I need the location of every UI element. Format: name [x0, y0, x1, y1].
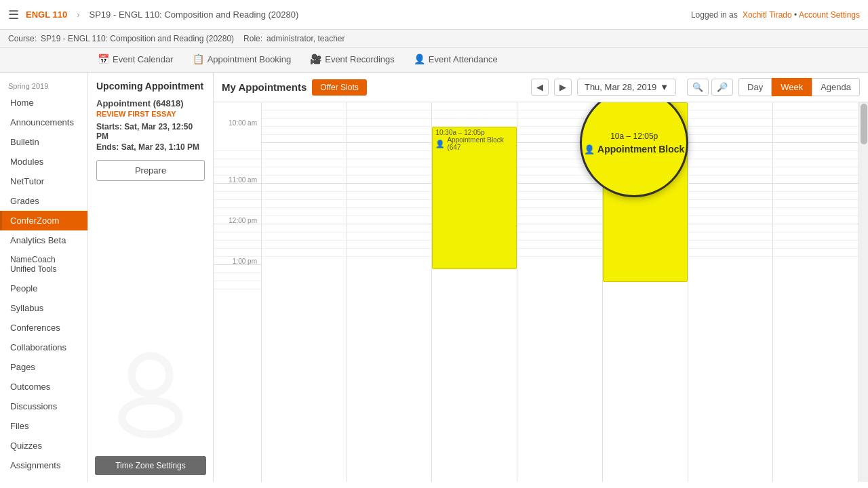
date-dropdown-icon[interactable]: ▼	[660, 82, 669, 92]
attendance-icon: 👤	[414, 54, 425, 64]
sidebar-item-discussions[interactable]: Discussions	[0, 396, 87, 416]
starts-label: Starts:	[96, 122, 122, 131]
appt-block-1-time: 10:30a – 12:05p	[435, 129, 513, 136]
view-day-button[interactable]: Day	[738, 78, 772, 96]
timezone-settings-button[interactable]: Time Zone Settings	[95, 456, 206, 475]
sidebar-item-conferzoom[interactable]: ConferZoom	[0, 211, 87, 230]
sidebar-item-syllabus[interactable]: Syllabus	[0, 298, 87, 318]
recordings-icon: 🎥	[310, 54, 321, 64]
day-col-0	[262, 102, 347, 482]
appointment-ends: Ends: Sat, Mar 23, 1:10 PM	[96, 142, 205, 152]
sidebar-item-home[interactable]: Home	[0, 93, 87, 113]
day-col-2: 10:30a – 12:05p 👤 Appointment Block (647	[432, 102, 517, 482]
next-nav-button[interactable]: ▶	[554, 79, 572, 96]
account-settings-link[interactable]: Account Settings	[799, 10, 860, 20]
sidebar-item-announcements[interactable]: Announcements	[0, 113, 87, 132]
appointment-subtitle: REVIEW FIRST ESSAY	[96, 110, 205, 118]
calendar-title: My Appointments	[222, 81, 307, 93]
role-value: administrator, teacher	[267, 34, 344, 43]
appointment-block-1[interactable]: 10:30a – 12:05p 👤 Appointment Block (647	[432, 127, 517, 269]
calendar-content: 10:00 am 11:00 am 12:00 pm	[214, 102, 868, 482]
sidebar-item-collaborations[interactable]: Collaborations	[0, 338, 87, 357]
search-button[interactable]: 🔍	[687, 79, 709, 96]
sub-header-left: Course: SP19 - ENGL 110: Composition and…	[8, 34, 345, 43]
ends-value: Sat, Mar 23, 1:10 PM	[121, 142, 199, 152]
tab-appointment-booking-label: Appointment Booking	[208, 54, 292, 64]
day-col-5	[688, 102, 774, 482]
course-tabs: 📅 Event Calendar 📋 Appointment Booking 🎥…	[0, 48, 868, 73]
panel-watermark	[88, 346, 213, 441]
tab-appointment-booking[interactable]: 📋 Appointment Booking	[183, 48, 301, 72]
time-column: 10:00 am 11:00 am 12:00 pm	[214, 102, 261, 482]
search-icons: 🔍 🔎	[687, 79, 733, 96]
booking-icon: 📋	[193, 54, 204, 64]
day-col-3	[517, 102, 603, 482]
appointment-id: Appointment (64818)	[96, 98, 205, 108]
sidebar-item-modules[interactable]: Modules	[0, 152, 87, 171]
role-label: Role:	[243, 34, 262, 43]
hamburger-menu-icon[interactable]: ☰	[8, 7, 19, 22]
appointment-block-2[interactable]	[603, 102, 688, 282]
appt-block-1-label: Appointment Block (647	[447, 136, 513, 151]
user-name-link[interactable]: Xochitl Tirado	[743, 10, 792, 20]
sidebar-item-quizzes[interactable]: Quizzes	[0, 436, 87, 455]
tab-event-calendar-label: Event Calendar	[113, 54, 174, 64]
offer-slots-button[interactable]: Offer Slots	[312, 79, 366, 96]
sidebar-item-nettutor[interactable]: NetTutor	[0, 171, 87, 191]
breadcrumb-separator: ›	[77, 9, 79, 20]
sub-header: Course: SP19 - ENGL 110: Composition and…	[0, 30, 868, 48]
view-buttons: Day Week Agenda	[738, 78, 860, 96]
view-week-button[interactable]: Week	[772, 78, 812, 96]
sidebar-item-conferences[interactable]: Conferences	[0, 318, 87, 338]
svg-point-0	[132, 356, 170, 394]
main-layout: Spring 2019 Home Announcements Bulletin …	[0, 73, 868, 482]
scrollbar-thumb[interactable]	[861, 104, 867, 144]
sidebar-season: Spring 2019	[0, 77, 87, 93]
sidebar-item-namecoach[interactable]: NameCoach Unified Tools	[0, 250, 87, 279]
ends-label: Ends:	[96, 142, 119, 152]
logged-in-label: Logged in as	[691, 10, 738, 20]
calendar-icon: 📅	[98, 54, 109, 64]
prepare-button[interactable]: Prepare	[96, 160, 205, 181]
appointment-starts: Starts: Sat, Mar 23, 12:50 PM	[96, 122, 205, 141]
sidebar-item-grades[interactable]: Grades	[0, 191, 87, 211]
prev-nav-button[interactable]: ◀	[531, 79, 549, 96]
sidebar-item-assignments[interactable]: Assignments	[0, 455, 87, 475]
course-full-title: SP19 - ENGL 110: Composition and Reading…	[90, 9, 299, 20]
course-label: Course:	[8, 34, 37, 43]
svg-point-1	[122, 401, 179, 434]
sidebar: Spring 2019 Home Announcements Bulletin …	[0, 73, 88, 482]
appointment-panel: Upcoming Appointment Appointment (64818)…	[88, 73, 214, 482]
date-display: Thu, Mar 28, 2019 ▼	[577, 79, 676, 96]
tab-event-recordings[interactable]: 🎥 Event Recordings	[300, 48, 404, 72]
top-bar: ☰ ENGL 110 › SP19 - ENGL 110: Compositio…	[0, 0, 868, 30]
sidebar-item-bulletin[interactable]: Bulletin	[0, 132, 87, 152]
sidebar-item-pages[interactable]: Pages	[0, 357, 87, 377]
sidebar-item-settings[interactable]: Settings	[0, 475, 87, 482]
calendar-scroll[interactable]: 10:00 am 11:00 am 12:00 pm	[214, 102, 868, 482]
sidebar-item-analytics-beta[interactable]: Analytics Beta	[0, 230, 87, 250]
top-right-user: Logged in as Xochitl Tirado • Account Se…	[691, 10, 860, 20]
calendar-toolbar: My Appointments Offer Slots ◀ ▶ Thu, Mar…	[214, 73, 868, 102]
day-col-6	[773, 102, 859, 482]
tab-event-attendance-label: Event Attendance	[429, 54, 498, 64]
sidebar-item-outcomes[interactable]: Outcomes	[0, 377, 87, 396]
tab-event-calendar[interactable]: 📅 Event Calendar	[88, 48, 183, 72]
course-name: SP19 - ENGL 110: Composition and Reading…	[41, 34, 234, 43]
sidebar-item-people[interactable]: People	[0, 279, 87, 298]
date-text: Thu, Mar 28, 2019	[585, 82, 656, 92]
sidebar-item-files[interactable]: Files	[0, 416, 87, 436]
view-agenda-button[interactable]: Agenda	[812, 78, 860, 96]
day-col-4: 10a – 12:05p 👤 Appointment Block	[603, 102, 688, 482]
scrollbar-track[interactable]	[859, 102, 868, 482]
calendar-area: My Appointments Offer Slots ◀ ▶ Thu, Mar…	[214, 73, 868, 482]
day-col-1	[347, 102, 433, 482]
search-alt-button[interactable]: 🔎	[711, 79, 733, 96]
course-code-link[interactable]: ENGL 110	[26, 9, 67, 20]
tab-event-attendance[interactable]: 👤 Event Attendance	[404, 48, 507, 72]
panel-title: Upcoming Appointment	[96, 81, 205, 92]
tab-event-recordings-label: Event Recordings	[325, 54, 395, 64]
appt-block-1-icon: 👤	[435, 140, 445, 148]
